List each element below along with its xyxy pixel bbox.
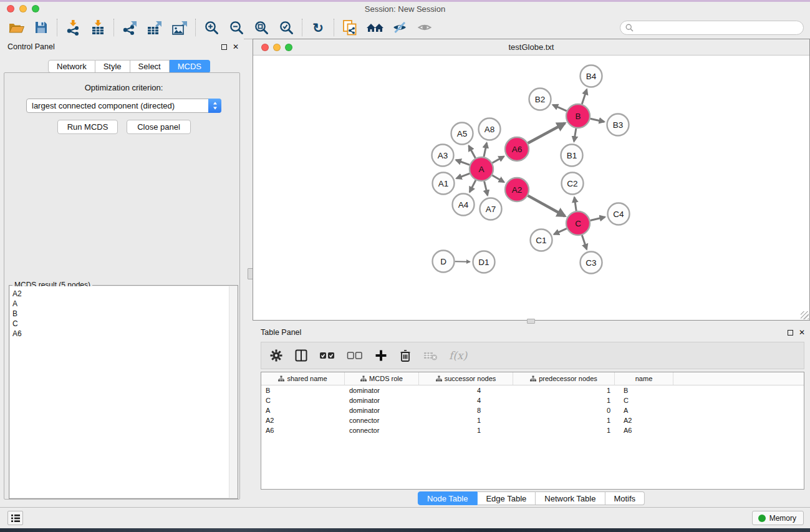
column-visibility-button[interactable] (294, 346, 308, 365)
graph-node-A7[interactable]: A7 (480, 198, 502, 220)
close-network-window-button[interactable] (261, 44, 269, 51)
hide-selected-button[interactable] (387, 17, 412, 37)
table-row[interactable]: Adominator80A (261, 405, 804, 415)
mcds-result-item[interactable]: A (10, 299, 237, 309)
float-panel-icon[interactable] (221, 44, 227, 50)
graph-node-D1[interactable]: D1 (473, 251, 495, 273)
table-settings-button[interactable] (269, 346, 283, 365)
delete-table-button[interactable] (423, 346, 438, 365)
tab-style[interactable]: Style (95, 60, 130, 73)
function-builder-button[interactable]: f(x) (449, 346, 467, 365)
export-table-button[interactable] (142, 17, 167, 37)
graph-edge-A6-B[interactable] (528, 123, 565, 143)
graph-node-A6[interactable]: A6 (505, 137, 529, 161)
graph-node-A2[interactable]: A2 (505, 178, 529, 201)
export-network-button[interactable] (117, 17, 142, 37)
column-header-mcds-role[interactable]: MCDS role (345, 372, 419, 385)
task-history-button[interactable] (7, 511, 23, 525)
refresh-view-button[interactable]: ↻ (306, 17, 330, 37)
tab-network[interactable]: Network (48, 60, 95, 73)
mcds-result-list[interactable]: A2ABCA6 (10, 286, 237, 498)
column-header-successor-nodes[interactable]: successor nodes (419, 372, 513, 385)
graph-node-C[interactable]: C (566, 211, 590, 235)
zoom-fit-button[interactable] (249, 17, 274, 37)
graph-edge-A-A7[interactable] (485, 181, 488, 195)
run-mcds-button[interactable]: Run MCDS (57, 120, 118, 134)
graph-edge-B-B2[interactable] (553, 105, 567, 111)
graph-node-C2[interactable]: C2 (562, 173, 584, 195)
graph-node-B3[interactable]: B3 (607, 114, 629, 136)
graph-node-B[interactable]: B (566, 104, 590, 128)
column-header-name[interactable]: name (615, 372, 673, 385)
import-network-button[interactable] (60, 17, 85, 37)
graph-edge-A-A6[interactable] (492, 157, 504, 163)
export-image-button[interactable] (167, 17, 192, 37)
table-row[interactable]: A2connector11A2 (261, 415, 804, 425)
close-panel-button[interactable]: Close panel (127, 120, 191, 134)
select-all-button[interactable] (319, 346, 335, 365)
minimize-window-button[interactable] (19, 5, 27, 12)
graph-edge-A-A4[interactable] (470, 180, 476, 192)
graph-node-B4[interactable]: B4 (581, 65, 602, 87)
show-all-button[interactable] (412, 17, 437, 37)
table-row[interactable]: Cdominator41C (261, 395, 804, 405)
search-field[interactable] (620, 21, 804, 35)
network-canvas[interactable]: B4B2BB3A8A5A6B1A3AC2A1A2A4A7C4CC1C3DD1 (253, 56, 809, 320)
graph-node-C3[interactable]: C3 (581, 252, 602, 274)
horizontal-splitter-gripper[interactable] (527, 319, 535, 324)
graph-node-B2[interactable]: B2 (529, 89, 551, 110)
optimization-criterion-select[interactable]: largest connected component (directed) (26, 99, 221, 113)
tab-node-table[interactable]: Node Table (418, 491, 478, 505)
close-panel-icon[interactable]: ✕ (799, 329, 805, 336)
column-header-shared-name[interactable]: shared name (261, 372, 345, 385)
graph-edge-C-C1[interactable] (554, 228, 566, 234)
mcds-result-item[interactable]: A6 (10, 329, 237, 339)
graph-node-A4[interactable]: A4 (453, 194, 475, 216)
graph-edge-B-B4[interactable] (582, 89, 587, 104)
tab-network-table[interactable]: Network Table (536, 491, 605, 505)
tab-motifs[interactable]: Motifs (605, 491, 645, 505)
graph-node-A1[interactable]: A1 (433, 173, 455, 195)
tab-select[interactable]: Select (130, 60, 170, 73)
float-panel-icon[interactable] (788, 330, 793, 336)
table-row[interactable]: A6connector11A6 (261, 425, 804, 435)
deselect-all-button[interactable] (347, 346, 363, 365)
graph-node-B1[interactable]: B1 (561, 145, 583, 167)
graph-edge-A-A1[interactable] (456, 173, 470, 178)
zoom-network-window-button[interactable] (285, 44, 292, 51)
graph-edge-C-C4[interactable] (590, 217, 605, 220)
zoom-window-button[interactable] (32, 5, 39, 12)
import-table-button[interactable] (85, 17, 110, 37)
graph-node-A8[interactable]: A8 (479, 118, 501, 140)
graph-node-C4[interactable]: C4 (608, 203, 630, 225)
graph-edge-A-A8[interactable] (484, 143, 487, 157)
open-file-button[interactable] (4, 17, 29, 37)
graph-edge-B-B3[interactable] (591, 118, 604, 122)
graph-edge-A-A2[interactable] (492, 175, 504, 182)
graph-node-A3[interactable]: A3 (432, 145, 454, 167)
minimize-network-window-button[interactable] (273, 44, 281, 51)
graph-node-C1[interactable]: C1 (531, 230, 552, 251)
zoom-out-button[interactable] (224, 17, 249, 37)
graph-node-D[interactable]: D (433, 251, 455, 273)
column-header-predecessor-nodes[interactable]: predecessor nodes (513, 372, 615, 385)
graph-node-A[interactable]: A (470, 157, 493, 181)
graph-edge-A-A3[interactable] (456, 160, 470, 165)
zoom-selected-button[interactable] (274, 17, 299, 37)
graph-edge-B-B1[interactable] (574, 128, 576, 142)
tab-edge-table[interactable]: Edge Table (477, 491, 536, 505)
first-neighbors-button[interactable] (362, 17, 387, 37)
table-row[interactable]: Bdominator41B (261, 385, 804, 395)
mcds-result-item[interactable]: A2 (10, 289, 237, 299)
save-session-button[interactable] (29, 17, 54, 37)
window-resize-corner[interactable] (801, 311, 809, 319)
graph-edge-A2-C[interactable] (528, 196, 565, 216)
mcds-result-item[interactable]: C (10, 319, 237, 329)
close-panel-icon[interactable]: ✕ (233, 43, 239, 51)
zoom-in-button[interactable] (199, 17, 224, 37)
delete-columns-button[interactable] (399, 346, 412, 365)
tab-mcds[interactable]: MCDS (170, 60, 210, 73)
graph-edge-C-C2[interactable] (574, 197, 576, 211)
search-input[interactable] (637, 24, 798, 32)
close-window-button[interactable] (7, 5, 14, 12)
